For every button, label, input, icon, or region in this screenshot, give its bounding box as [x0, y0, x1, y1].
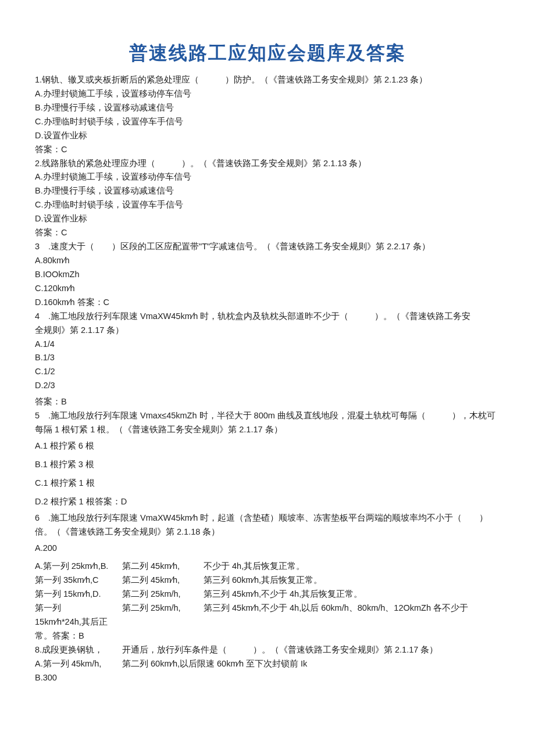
q4-option-b: B.1/3 — [35, 351, 500, 365]
page-title: 普速线路工应知应会题库及答案 — [35, 41, 500, 66]
q4-stem-line2: 全规则》第 2.1.17 条） — [35, 324, 500, 338]
q3-option-b: B.IOOkmZh — [35, 268, 500, 282]
table-cell: 不少于 4h,其后恢复正常。 — [204, 560, 500, 574]
q1-option-a: A.办理封锁施工手续，设置移动停车信号 — [35, 87, 500, 101]
q4-option-c: C.1/2 — [35, 365, 500, 379]
table-cell: 第二列 25km/h, — [122, 601, 204, 615]
q6-option-a: A.200 — [35, 542, 500, 556]
q5-option-d: D.2 根拧紧 1 根答案：D — [35, 495, 500, 509]
table-row-continuation: 15km∕h*24h,其后正 — [35, 615, 500, 629]
q8-option-a: A.第一列 45km/h, 第二列 60km∕h,以后限速 60km∕h 至下次… — [35, 657, 500, 671]
q2-option-a: A.办理封锁施工手续，设置移动停车信号 — [35, 170, 500, 184]
q6-stem: 6 .施工地段放行列车限速 VmaXW45km∕h 时，起道（含垫碴）顺坡率、冻… — [35, 511, 500, 539]
q2-stem: 2.线路胀轨的紧急处理应办理（ ）。（《普速铁路工务安全规则》第 2.1.13 … — [35, 157, 500, 171]
q3-option-a: A.80km∕h — [35, 254, 500, 268]
table-cell: A.第一列 25km∕h,B. — [35, 560, 122, 574]
q8-stem-part1: 8.成段更换钢轨， — [35, 643, 122, 657]
q4-stem-line1: 4 .施工地段放行列车限速 VmaXW45km∕h 时，轨枕盒内及轨枕头部道昨不… — [35, 310, 500, 324]
q1-stem: 1.钢轨、辙叉或夹板折断后的紧急处理应（ ）防护。（《普速铁路工务安全规则》第 … — [35, 73, 500, 87]
table-cell: 第三列 60km∕h,其后恢复正常。 — [204, 574, 500, 587]
q4-option-a: A.1/4 — [35, 338, 500, 352]
q4-option-d: D.2/3 — [35, 379, 500, 393]
document-page: 普速线路工应知应会题库及答案 1.钢轨、辙叉或夹板折断后的紧急处理应（ ）防护。… — [0, 0, 535, 708]
q4-answer: 答案：B — [35, 395, 500, 409]
q3-option-c: C.120km∕h — [35, 282, 500, 296]
table-row: 第一列 15km∕h,D. 第二列 25km/h, 第三列 45km∕h,不少于… — [35, 587, 500, 601]
q2-answer: 答案：C — [35, 226, 500, 240]
q5-option-b: B.1 根拧紧 3 根 — [35, 458, 500, 472]
table-cell: 第三列 45km∕h,不少于 4h,其后恢复正常。 — [204, 587, 500, 601]
q5-option-c: C.1 根拧紧 1 根 — [35, 476, 500, 490]
q2-option-d: D.设置作业标 — [35, 212, 500, 226]
q8-option-b: B.300 — [35, 671, 500, 685]
table-row: A.第一列 25km∕h,B. 第二列 45km∕h, 不少于 4h,其后恢复正… — [35, 560, 500, 574]
q1-option-c: C.办理临时封锁手续，设置停车手信号 — [35, 115, 500, 129]
q8-a-part1: A.第一列 45km/h, — [35, 657, 122, 671]
table-cell: 第一列 35km∕h,C — [35, 574, 122, 587]
table-cell: 第三列 45km∕h,不少于 4h,以后 60km/h、80km/h、12Okm… — [204, 601, 500, 615]
table-cell: 第一列 — [35, 601, 122, 615]
q3-stem: 3 .速度大于（ ）区段的工区应配置带"T"字减速信号。（《普速铁路工务安全规则… — [35, 240, 500, 254]
table-row: 第一列 第二列 25km/h, 第三列 45km∕h,不少于 4h,以后 60k… — [35, 601, 500, 615]
table-cell: 第一列 15km∕h,D. — [35, 587, 122, 601]
table-cell: 第二列 45km∕h, — [122, 560, 204, 574]
table-row: 第一列 35km∕h,C 第二列 45km∕h, 第三列 60km∕h,其后恢复… — [35, 574, 500, 587]
q8-a-part2: 第二列 60km∕h,以后限速 60km∕h 至下次封锁前 Ik — [122, 657, 500, 671]
q5-option-a: A.1 根拧紧 6 根 — [35, 439, 500, 453]
q2-option-c: C.办理临时封锁手续，设置停车手信号 — [35, 198, 500, 212]
q8-stem-part2: 开通后，放行列车条件是（ ）。（《普速铁路工务安全规则》第 2.1.17 条） — [122, 643, 500, 657]
q2-option-b: B.办理慢行手续，设置移动减速信号 — [35, 184, 500, 198]
q1-option-b: B.办理慢行手续，设置移动减速信号 — [35, 101, 500, 115]
table-answer: 常。答案：B — [35, 629, 500, 643]
table-cell: 第二列 25km/h, — [122, 587, 204, 601]
q5-stem: 5 .施工地段放行列车限速 Vmax≤45kmZh 时，半径大于 800m 曲线… — [35, 409, 500, 437]
q1-answer: 答案：C — [35, 143, 500, 157]
q3-option-d: D.160km∕h 答案：C — [35, 296, 500, 310]
table-cell: 第二列 45km∕h, — [122, 574, 204, 587]
q8-stem: 8.成段更换钢轨， 开通后，放行列车条件是（ ）。（《普速铁路工务安全规则》第 … — [35, 643, 500, 657]
q1-option-d: D.设置作业标 — [35, 129, 500, 143]
